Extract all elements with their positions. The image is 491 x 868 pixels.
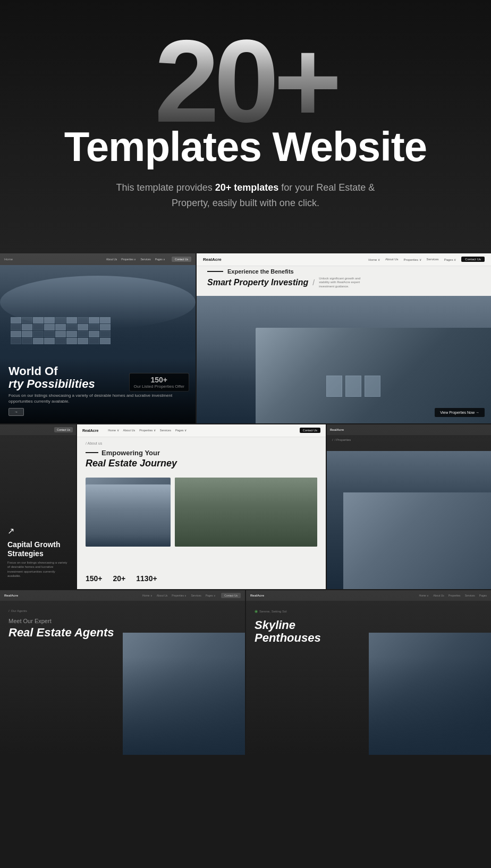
breadcrumb-label: / Properties [335, 438, 351, 441]
top-left-inner: Home About Us Properties ∨ Services Page… [0, 253, 196, 423]
mid-row: Contact Us ↗ Capital Growth Strategies F… [0, 424, 491, 589]
hero-title: Templates Website [21, 126, 470, 167]
mid-left-desc: Focus on our listings showcasing a varie… [7, 560, 69, 578]
bottom-left-nav-links: Home ∨ About Us Properties ∨ Services Pa… [142, 594, 216, 597]
bottom-row: RealAcre Home ∨ About Us Properties ∨ Se… [0, 590, 491, 755]
mid-left-title: Capital Growth Strategies [7, 540, 69, 558]
breadcrumb-dot: ◉ [255, 609, 258, 614]
mid-right-house-struct [343, 492, 491, 589]
bottom-left-nav: RealAcre Home ∨ About Us Properties ∨ Se… [0, 590, 245, 601]
nav-home: Home [4, 258, 13, 261]
tree-silhouette-2 [369, 657, 492, 755]
hero-section: 20+ Templates Website This template prov… [0, 0, 491, 253]
subtitle-bold: 20+ templates [215, 182, 279, 193]
mid-left-content: ↗ Capital Growth Strategies Focus on our… [7, 526, 69, 578]
slash-divider: / [312, 278, 315, 287]
real-estate-journey: Real Estate Journey [86, 458, 317, 469]
mid-right-breadcrumb: / / Properties [332, 438, 351, 441]
stat-1: 150+ [86, 574, 103, 583]
stat-1-num: 150+ [86, 574, 103, 583]
nav-items: About Us Properties ∨ Services Pages ∨ [106, 258, 166, 261]
stat-3-num: 1130+ [136, 574, 157, 583]
breadcrumb-setting: Serene, Setting Sol [259, 610, 287, 613]
nav-services: Services [141, 258, 151, 261]
window-3 [365, 376, 380, 397]
house2-background [175, 478, 317, 547]
bottom-right-logo: RealAcre [250, 594, 264, 597]
top-left-text-overlay: World Of rty Possibilities Focus on our … [0, 358, 196, 423]
nav-properties: Properties ∨ [121, 258, 136, 261]
stat-2-num: 20+ [113, 574, 126, 583]
people-image [86, 478, 171, 547]
breadcrumb-slash: / [332, 438, 333, 441]
bottom-left-card: RealAcre Home ∨ About Us Properties ∨ Se… [0, 590, 246, 755]
top-right-card: RealAcre Home ∨ About Us Properties ∨ Se… [197, 253, 491, 423]
bottom-right-breadcrumb: ◉ Serene, Setting Sol [255, 609, 482, 614]
top-right-nav: RealAcre Home ∨ About Us Properties ∨ Se… [197, 253, 491, 266]
experience-label: Experience the Benefits [207, 268, 480, 275]
smart-property-text: Smart Property Investing [207, 278, 308, 287]
mid-right-nav: RealAcre [327, 424, 491, 435]
mid-left-inner: Contact Us ↗ Capital Growth Strategies F… [0, 424, 76, 589]
house-image-2 [175, 478, 317, 547]
window-2 [345, 376, 361, 397]
house-image: View Properties Now → [197, 296, 491, 423]
realachre-logo: RealAcre [203, 257, 222, 262]
hero-subtitle: This template provides 20+ templates for… [97, 180, 394, 211]
mid-left-nav: Contact Us [0, 424, 76, 435]
bottom-left-breadcrumb: / Our Agents [9, 609, 236, 612]
bottom-left-logo: RealAcre [4, 594, 18, 597]
mid-center-stats: 150+ 20+ 1130+ [86, 574, 317, 583]
stat-2: 20+ [113, 574, 126, 583]
mid-right-card: RealAcre / / Properties [327, 424, 491, 589]
nav-pages: Pages ∨ [155, 258, 166, 261]
bottom-left-image [123, 633, 246, 755]
tree-silhouette [123, 657, 246, 755]
hero-number: 20+ [21, 32, 470, 131]
top-row: Home About Us Properties ∨ Services Page… [0, 253, 491, 423]
mid-center-nav-links: Home ∨ About Us Properties ∨ Services Pa… [108, 429, 187, 432]
card-arrow-btn[interactable]: → [9, 408, 24, 416]
bottom-left-nav-btn[interactable]: Contact Us [221, 593, 241, 598]
mid-left-nav-btn[interactable]: Contact Us [54, 427, 73, 432]
empowering-label: Empowering Your [86, 449, 317, 457]
bottom-right-nav: RealAcre Home ∨ About Us Properties Serv… [246, 590, 491, 601]
bottom-right-inner: RealAcre Home ∨ About Us Properties Serv… [246, 590, 491, 755]
view-properties-btn[interactable]: View Properties Now → [435, 408, 485, 417]
smart-property-title: Smart Property Investing / Unlock signif… [207, 277, 480, 289]
trend-icon: ↗ [7, 526, 69, 536]
nav-contact-btn[interactable]: Contact Us [172, 257, 191, 262]
mid-center-breadcrumb: / About us [86, 441, 102, 445]
mid-center-images [86, 478, 317, 547]
people-silhouette [86, 484, 171, 547]
templates-section: Home About Us Properties ∨ Services Page… [0, 253, 491, 771]
top-right-inner: RealAcre Home ∨ About Us Properties ∨ Se… [197, 253, 491, 423]
subtitle-normal: This template provides [116, 182, 215, 193]
card-desc: Focus on our listings showcasing a varie… [9, 393, 187, 404]
heading-line2: rty Possibilities [9, 377, 95, 390]
heading-line1: World Of [9, 364, 57, 378]
bottom-left-subtitle: Meet Our Expert [9, 618, 236, 624]
mid-left-card: Contact Us ↗ Capital Growth Strategies F… [0, 424, 77, 589]
bottom-right-card: RealAcre Home ∨ About Us Properties Serv… [246, 590, 491, 755]
nav-about: About Us [106, 258, 117, 261]
top-left-card: Home About Us Properties ∨ Services Page… [0, 253, 197, 423]
bottom-left-inner: RealAcre Home ∨ About Us Properties ∨ Se… [0, 590, 245, 755]
top-right-content: Experience the Benefits Smart Property I… [207, 268, 480, 289]
top-left-nav: Home About Us Properties ∨ Services Page… [0, 253, 196, 265]
mid-center-nav: RealAcre Home ∨ About Us Properties ∨ Se… [77, 424, 326, 437]
mid-center-nav-btn[interactable]: Contact Us [300, 428, 320, 433]
mid-right-logo: RealAcre [330, 428, 344, 431]
card-heading: World Of rty Possibilities [9, 365, 187, 390]
bottom-right-image [369, 633, 492, 755]
mid-center-logo: RealAcre [82, 429, 98, 432]
mid-center-heading: Empowering Your Real Estate Journey [86, 449, 317, 469]
mid-center-inner: RealAcre Home ∨ About Us Properties ∨ Se… [77, 424, 326, 589]
bottom-right-nav-links: Home ∨ About Us Properties Services Page… [419, 594, 487, 597]
window-1 [326, 376, 342, 397]
side-description: Unlock significant growth and stability … [319, 277, 361, 289]
top-right-nav-links: Home ∨ About Us Properties ∨ Services Pa… [368, 258, 456, 261]
top-right-nav-btn[interactable]: Contact Us [461, 257, 485, 262]
mid-right-inner: RealAcre / / Properties [327, 424, 491, 589]
mid-center-card: RealAcre Home ∨ About Us Properties ∨ Se… [77, 424, 327, 589]
